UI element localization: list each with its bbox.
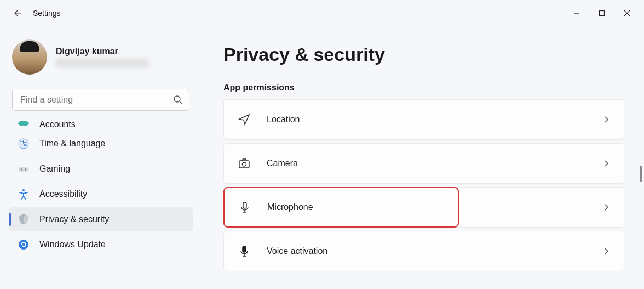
card-label: Voice activation: [267, 246, 327, 256]
section-title: App permissions: [223, 83, 624, 93]
maximize-button[interactable]: [589, 4, 614, 22]
close-button[interactable]: [614, 4, 640, 22]
sidebar-item-accounts[interactable]: Accounts: [9, 118, 193, 131]
profile-block[interactable]: Digvijay kumar: [12, 39, 189, 75]
update-icon: [18, 239, 30, 251]
back-button[interactable]: [12, 8, 23, 19]
svg-rect-4: [19, 167, 28, 172]
card-location[interactable]: Location: [223, 99, 624, 140]
card-label: Location: [267, 115, 300, 124]
svg-point-7: [22, 189, 25, 191]
search-input[interactable]: [12, 89, 189, 111]
accounts-icon: [18, 117, 30, 129]
sidebar-item-privacy-security[interactable]: Privacy & security: [9, 207, 193, 231]
main-scrollbar[interactable]: [640, 166, 642, 182]
shield-icon: [18, 213, 30, 225]
svg-rect-0: [600, 11, 605, 16]
titlebar: Settings: [0, 0, 644, 26]
svg-point-6: [25, 169, 27, 171]
svg-rect-11: [243, 202, 246, 208]
sidebar: Digvijay kumar Accounts: [0, 26, 202, 289]
svg-point-10: [243, 162, 246, 166]
app-title: Settings: [33, 9, 61, 18]
sidebar-item-label: Gaming: [39, 164, 70, 174]
sidebar-item-windows-update[interactable]: Windows Update: [9, 233, 193, 257]
main-content: Privacy & security App permissions Locat…: [202, 26, 644, 289]
camera-icon: [237, 156, 251, 171]
sidebar-nav: Accounts Time & language: [9, 117, 193, 289]
sidebar-item-label: Privacy & security: [39, 214, 109, 224]
profile-name: Digvijay kumar: [56, 47, 149, 56]
chevron-right-icon: [602, 247, 611, 256]
sidebar-item-accessibility[interactable]: Accessibility: [9, 182, 193, 206]
sidebar-item-label: Time & language: [39, 139, 105, 149]
card-label: Camera: [267, 158, 298, 168]
chevron-right-icon: [602, 159, 611, 168]
location-icon: [237, 112, 251, 127]
card-camera[interactable]: Camera: [223, 143, 624, 184]
svg-rect-12: [243, 246, 246, 252]
card-microphone[interactable]: Microphone: [223, 187, 459, 228]
sidebar-item-label: Accounts: [39, 120, 76, 129]
svg-rect-9: [239, 161, 249, 168]
avatar: [12, 39, 47, 75]
microphone-icon: [238, 200, 252, 214]
profile-email-blurred: [56, 59, 149, 67]
sidebar-item-label: Windows Update: [39, 240, 106, 250]
svg-point-2: [18, 121, 29, 126]
time-icon: [18, 138, 30, 150]
gaming-icon: [18, 163, 30, 175]
voice-icon: [237, 244, 251, 258]
card-voice-activation[interactable]: Voice activation: [223, 231, 624, 271]
page-title: Privacy & security: [223, 44, 624, 65]
sidebar-item-label: Accessibility: [39, 189, 87, 199]
sidebar-item-gaming[interactable]: Gaming: [9, 157, 193, 181]
svg-point-8: [19, 240, 28, 250]
chevron-right-icon: [602, 115, 611, 124]
minimize-button[interactable]: [564, 4, 589, 22]
card-label: Microphone: [267, 202, 313, 212]
svg-point-5: [21, 169, 22, 171]
accessibility-icon: [18, 188, 30, 200]
sidebar-item-time-language[interactable]: Time & language: [9, 132, 193, 156]
chevron-right-icon: [602, 203, 611, 212]
